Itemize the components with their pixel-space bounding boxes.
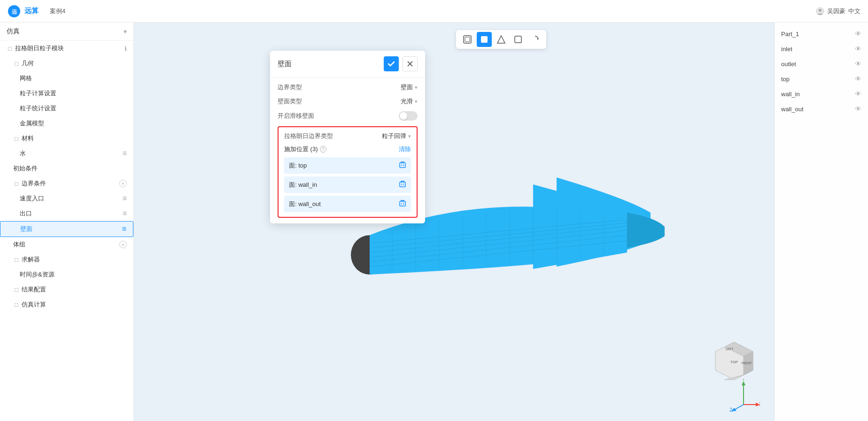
eye-icon-part1[interactable]: 👁 (855, 30, 861, 38)
right-panel-item-part1[interactable]: Part_1 👁 (775, 26, 868, 41)
sidebar: 仿真 ▾ □ 拉格朗日粒子模块 ℹ □ 几何 网格 粒子计算设置 粒子统计设置 … (0, 23, 134, 421)
svg-rect-57 (400, 201, 405, 206)
eq-icon: ≡ (123, 194, 127, 203)
svg-text:RIGHT: RIGHT (742, 361, 752, 365)
toolbar-solid-btn[interactable] (477, 32, 492, 47)
chevron-down-icon: ▾ (408, 133, 411, 139)
svg-rect-51 (400, 182, 405, 187)
eye-icon-wall-in[interactable]: 👁 (855, 90, 861, 98)
outlet-label: outlet (781, 61, 796, 68)
toolbar-outline-btn[interactable] (494, 32, 509, 47)
eq-icon: ≡ (122, 225, 126, 233)
sidebar-item-wall[interactable]: 壁面 ≡ (0, 221, 133, 237)
wall-type-value[interactable]: 光滑 ▾ (401, 97, 418, 106)
content-area: TOP RIGHT LEFT Y X Z (134, 23, 868, 421)
toolbar-reset-btn[interactable] (527, 32, 542, 47)
tab-title[interactable]: 案例4 (50, 7, 65, 15)
viewport-toolbar (456, 30, 546, 49)
sidebar-item-particle-calc[interactable]: 粒子计算设置 (0, 86, 133, 101)
lagrange-boundary-row: 拉格朗日边界类型 粒子回弹 ▾ (284, 132, 411, 140)
language-selector[interactable]: 中文 (848, 7, 860, 15)
confirm-button[interactable] (384, 56, 399, 71)
panel-actions (384, 56, 418, 71)
toolbar-wire-btn[interactable] (511, 32, 526, 47)
sidebar-item-particle-stats[interactable]: 粒子统计设置 (0, 101, 133, 116)
delete-wall-out-icon[interactable] (399, 199, 406, 208)
position-item-wall-in: 面: wall_in (284, 176, 411, 193)
chevron-down-icon: ▾ (415, 99, 418, 105)
sidebar-item-geometry[interactable]: □ 几何 (0, 56, 133, 71)
help-icon: ? (320, 146, 326, 153)
sidebar-item-outlet[interactable]: 出口 ≡ (0, 206, 133, 221)
svg-text:远: 远 (12, 9, 17, 15)
right-panel-item-wall-in[interactable]: wall_in 👁 (775, 86, 868, 101)
right-panel-item-top[interactable]: top 👁 (775, 71, 868, 86)
svg-rect-8 (515, 36, 521, 43)
close-button[interactable] (403, 56, 418, 71)
svg-rect-5 (465, 37, 470, 42)
lagrange-boundary-value[interactable]: 粒子回弹 ▾ (382, 132, 411, 140)
username: 吴因豪 (827, 7, 845, 15)
eye-icon-inlet[interactable]: 👁 (855, 45, 861, 53)
info-icon: ℹ (124, 45, 127, 52)
viewport[interactable]: TOP RIGHT LEFT Y X Z (134, 23, 868, 421)
expand-icon: □ (7, 45, 13, 52)
user-info: 吴因豪 中文 (816, 7, 860, 15)
delete-top-icon[interactable] (399, 161, 406, 170)
sidebar-item-timestep[interactable]: 时间步&资源 (0, 267, 133, 282)
delete-wall-in-icon[interactable] (399, 180, 406, 189)
sidebar-item-boundary-condition[interactable]: □ 边界条件 + (0, 176, 133, 191)
expand-icon: □ (13, 301, 20, 308)
svg-text:Y: Y (742, 379, 745, 382)
svg-rect-45 (400, 163, 405, 168)
sidebar-item-velocity-inlet[interactable]: 速度入口 ≡ (0, 191, 133, 206)
header: 远 远算 案例4 吴因豪 中文 (0, 0, 868, 23)
add-volume-icon[interactable]: + (119, 241, 127, 248)
sidebar-item-metal-model[interactable]: 金属模型 (0, 116, 133, 131)
slip-wall-toggle[interactable] (399, 111, 418, 121)
apply-position-label: 施加位置 (3) (284, 145, 318, 153)
part1-label: Part_1 (781, 31, 799, 38)
logo: 远 远算 案例4 (8, 5, 65, 18)
right-panel-item-inlet[interactable]: inlet 👁 (775, 41, 868, 56)
sidebar-item-initial-condition[interactable]: 初始条件 (0, 161, 133, 176)
svg-text:X: X (759, 402, 760, 407)
add-boundary-icon[interactable]: + (119, 180, 127, 187)
eye-icon-top[interactable]: 👁 (855, 75, 861, 83)
boundary-type-row: 边界类型 壁面 ▾ (278, 83, 418, 92)
sidebar-item-result-config[interactable]: □ 结果配置 (0, 282, 133, 297)
apply-position-header: 施加位置 (3) ? 清除 (284, 145, 411, 153)
lagrange-boundary-text: 粒子回弹 (382, 132, 406, 140)
sidebar-item-material[interactable]: □ 材料 (0, 131, 133, 146)
boundary-type-label: 边界类型 (278, 83, 302, 92)
sidebar-collapse-icon[interactable]: ▾ (124, 28, 127, 35)
highlighted-section: 拉格朗日边界类型 粒子回弹 ▾ 施加位置 (3) ? 清除 (278, 126, 418, 218)
boundary-type-text: 壁面 (401, 83, 413, 92)
toolbar-view-cube-btn[interactable] (460, 32, 475, 47)
sidebar-item-simulation-calc[interactable]: □ 仿真计算 (0, 297, 133, 312)
sidebar-item-mesh[interactable]: 网格 (0, 71, 133, 86)
sidebar-item-volume-group[interactable]: 体组 + (0, 237, 133, 252)
orientation-cube[interactable]: TOP RIGHT LEFT (713, 340, 755, 383)
svg-text:LEFT: LEFT (725, 347, 734, 351)
right-panel-item-wall-out[interactable]: wall_out 👁 (775, 101, 868, 116)
eq-icon: ≡ (123, 209, 127, 218)
wall-type-label: 壁面类型 (278, 97, 302, 106)
wall-out-label: wall_out (781, 106, 804, 113)
svg-rect-6 (481, 36, 488, 43)
boundary-type-value[interactable]: 壁面 ▾ (401, 83, 418, 92)
svg-rect-4 (464, 36, 471, 43)
position-prefix-top: 面: top (289, 161, 307, 170)
app-name: 远算 (24, 7, 39, 15)
sidebar-item-solver[interactable]: □ 求解器 (0, 252, 133, 267)
user-avatar-icon (816, 7, 824, 15)
right-panel: Part_1 👁 inlet 👁 outlet 👁 top 👁 wall_in … (774, 23, 868, 421)
top-label: top (781, 76, 790, 83)
eye-icon-outlet[interactable]: 👁 (855, 60, 861, 68)
sidebar-item-water[interactable]: 水 ≡ (0, 146, 133, 161)
eye-icon-wall-out[interactable]: 👁 (855, 105, 861, 113)
right-panel-item-outlet[interactable]: outlet 👁 (775, 56, 868, 71)
sidebar-item-lagrange-module[interactable]: □ 拉格朗日粒子模块 ℹ (0, 41, 133, 56)
clear-button[interactable]: 清除 (399, 145, 411, 153)
apply-position-title: 施加位置 (3) ? (284, 145, 326, 153)
